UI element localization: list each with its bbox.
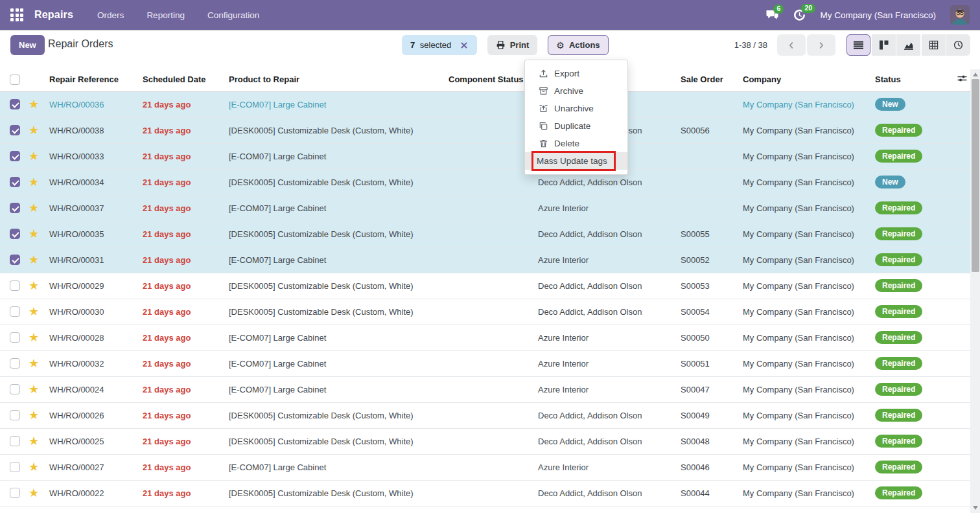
repair-reference-cell[interactable]: WH/RO/00033	[47, 143, 140, 169]
list-view-button[interactable]	[846, 34, 870, 56]
table-row[interactable]: ★ WH/RO/00034 21 days ago [DESK0005] Cus…	[0, 169, 970, 195]
sale-order-cell[interactable]	[678, 143, 740, 169]
app-name[interactable]: Repairs	[34, 9, 73, 21]
kanban-view-button[interactable]	[872, 34, 896, 56]
nav-menu-configuration[interactable]: Configuration	[207, 10, 259, 20]
nav-menu-orders[interactable]: Orders	[97, 10, 124, 20]
customer-cell[interactable]: Azure Interior	[535, 325, 678, 350]
sale-order-cell[interactable]: S00054	[678, 299, 740, 325]
favorite-star-icon[interactable]: ★	[29, 175, 39, 188]
company-cell[interactable]: My Company (San Francisco)	[740, 350, 872, 376]
company-cell[interactable]: My Company (San Francisco)	[740, 325, 872, 350]
company-cell[interactable]: My Company (San Francisco)	[740, 247, 872, 273]
print-button[interactable]: Print	[487, 35, 538, 55]
product-cell[interactable]: [E-COM07] Large Cabinet	[226, 376, 446, 402]
col-header-repair-reference[interactable]: Repair Reference	[47, 68, 140, 91]
component-status-cell[interactable]	[446, 325, 535, 350]
favorite-star-icon[interactable]: ★	[29, 304, 39, 318]
row-checkbox[interactable]	[10, 203, 20, 213]
sale-order-cell[interactable]: S00047	[678, 376, 740, 402]
product-cell[interactable]: [E-COM07] Large Cabinet	[226, 195, 446, 221]
component-status-cell[interactable]	[446, 247, 535, 273]
scheduled-date-cell[interactable]: 21 days ago	[140, 299, 226, 325]
product-cell[interactable]: [E-COM07] Large Cabinet	[226, 143, 446, 169]
repair-reference-cell[interactable]: WH/RO/00030	[47, 299, 140, 325]
component-status-cell[interactable]	[446, 454, 535, 480]
menu-item-export[interactable]: Export	[525, 65, 627, 82]
favorite-star-icon[interactable]: ★	[29, 486, 39, 499]
table-row[interactable]: ★ WH/RO/00028 21 days ago [E-COM07] Larg…	[0, 325, 970, 350]
company-cell[interactable]: My Company (San Francisco)	[740, 195, 872, 221]
scrollbar-down-arrow-icon[interactable]	[973, 506, 978, 510]
table-row[interactable]: ★ WH/RO/00022 21 days ago [DESK0005] Cus…	[0, 480, 970, 506]
favorite-star-icon[interactable]: ★	[29, 123, 39, 137]
component-status-cell[interactable]	[446, 143, 535, 169]
table-row[interactable]: ★ WH/RO/00036 21 days ago [E-COM07] Larg…	[0, 91, 970, 117]
scheduled-date-cell[interactable]: 21 days ago	[140, 91, 226, 117]
favorite-star-icon[interactable]: ★	[29, 460, 39, 473]
scheduled-date-cell[interactable]: 21 days ago	[140, 428, 226, 454]
adjust-columns-icon[interactable]	[957, 74, 968, 83]
component-status-cell[interactable]	[446, 195, 535, 221]
row-checkbox[interactable]	[10, 410, 20, 420]
favorite-star-icon[interactable]: ★	[29, 253, 39, 266]
company-switcher[interactable]: My Company (San Francisco)	[820, 10, 936, 20]
company-cell[interactable]: My Company (San Francisco)	[740, 221, 872, 247]
table-row[interactable]: ★ WH/RO/00030 21 days ago [DESK0005] Cus…	[0, 299, 970, 325]
sale-order-cell[interactable]: S00056	[678, 117, 740, 143]
graph-view-button[interactable]	[896, 34, 920, 56]
customer-cell[interactable]: Deco Addict, Addison Olson	[535, 428, 678, 454]
repair-reference-cell[interactable]: WH/RO/00037	[47, 195, 140, 221]
customer-cell[interactable]: Azure Interior	[535, 376, 678, 402]
table-row[interactable]: ★ WH/RO/00031 21 days ago [E-COM07] Larg…	[0, 247, 970, 273]
pager-next-button[interactable]	[807, 34, 835, 56]
sale-order-cell[interactable]: S00055	[678, 221, 740, 247]
customer-cell[interactable]: Deco Addict, Addison Olson	[535, 273, 678, 299]
product-cell[interactable]: [E-COM07] Large Cabinet	[226, 247, 446, 273]
actions-button[interactable]: ⚙ Actions	[548, 35, 608, 55]
repair-reference-cell[interactable]: WH/RO/00032	[47, 350, 140, 376]
scheduled-date-cell[interactable]: 21 days ago	[140, 117, 226, 143]
favorite-star-icon[interactable]: ★	[29, 149, 39, 163]
nav-menu-reporting[interactable]: Reporting	[146, 10, 185, 20]
scheduled-date-cell[interactable]: 21 days ago	[140, 350, 226, 376]
company-cell[interactable]: My Company (San Francisco)	[740, 273, 872, 299]
new-button[interactable]: New	[10, 35, 45, 55]
menu-item-mass-update-tags[interactable]: Mass Update tags	[525, 152, 627, 170]
scheduled-date-cell[interactable]: 21 days ago	[140, 454, 226, 480]
pager-previous-button[interactable]	[777, 34, 806, 56]
company-cell[interactable]: My Company (San Francisco)	[740, 299, 872, 325]
component-status-cell[interactable]	[446, 350, 535, 376]
scrollbar-up-arrow-icon[interactable]	[973, 73, 978, 76]
customer-cell[interactable]: Azure Interior	[535, 247, 678, 273]
customer-cell[interactable]: Deco Addict, Addison Olson	[535, 480, 678, 506]
table-row[interactable]: ★ WH/RO/00035 21 days ago [DESK0005] Cus…	[0, 221, 970, 247]
sale-order-cell[interactable]: S00052	[678, 247, 740, 273]
favorite-star-icon[interactable]: ★	[29, 279, 39, 292]
repair-reference-cell[interactable]: WH/RO/00029	[47, 273, 140, 299]
customer-cell[interactable]: Azure Interior	[535, 195, 678, 221]
table-row[interactable]: ★ WH/RO/00024 21 days ago [E-COM07] Larg…	[0, 376, 970, 402]
row-checkbox[interactable]	[10, 280, 20, 291]
favorite-star-icon[interactable]: ★	[29, 382, 39, 396]
product-cell[interactable]: [DESK0005] Customizable Desk (Custom, Wh…	[226, 428, 446, 454]
repair-reference-cell[interactable]: WH/RO/00038	[47, 117, 140, 143]
component-status-cell[interactable]	[446, 91, 535, 117]
repair-reference-cell[interactable]: WH/RO/00034	[47, 169, 140, 195]
customer-cell[interactable]: Azure Interior	[535, 454, 678, 480]
favorite-star-icon[interactable]: ★	[29, 356, 39, 370]
product-cell[interactable]: [DESK0005] Customizable Desk (Custom, Wh…	[226, 169, 446, 195]
product-cell[interactable]: [DESK0005] Customizable Desk (Custom, Wh…	[226, 221, 446, 247]
company-cell[interactable]: My Company (San Francisco)	[740, 376, 872, 402]
product-cell[interactable]: [DESK0005] Customizable Desk (Custom, Wh…	[226, 299, 446, 325]
repair-reference-cell[interactable]: WH/RO/00036	[47, 91, 140, 117]
company-cell[interactable]: My Company (San Francisco)	[740, 169, 872, 195]
scheduled-date-cell[interactable]: 21 days ago	[140, 221, 226, 247]
sale-order-cell[interactable]	[678, 169, 740, 195]
component-status-cell[interactable]	[446, 299, 535, 325]
repair-reference-cell[interactable]: WH/RO/00026	[47, 402, 140, 428]
menu-item-unarchive[interactable]: Unarchive	[525, 100, 627, 117]
table-row[interactable]: ★ WH/RO/00032 21 days ago [E-COM07] Larg…	[0, 350, 970, 376]
table-row[interactable]: ★ WH/RO/00033 21 days ago [E-COM07] Larg…	[0, 143, 970, 169]
company-cell[interactable]: My Company (San Francisco)	[740, 480, 872, 506]
